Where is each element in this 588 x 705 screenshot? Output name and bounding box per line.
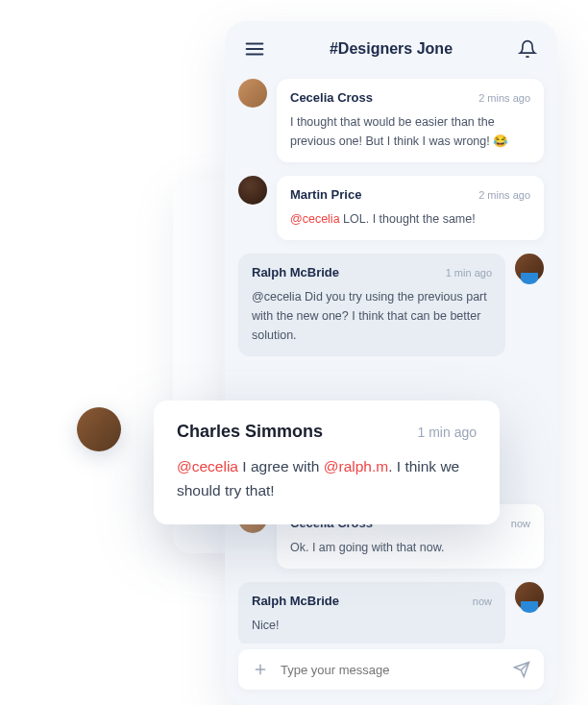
message-row: Ralph McBride 1 min ago @cecelia Did you…: [238, 254, 544, 356]
message-author: Martin Price: [290, 187, 361, 202]
avatar[interactable]: [238, 79, 267, 108]
message-row: Martin Price 2 mins ago @cecelia LOL. I …: [238, 176, 544, 240]
message-bubble: Cecelia Cross 2 mins ago I thought that …: [277, 79, 544, 162]
bell-icon[interactable]: [517, 38, 538, 60]
message-author: Ralph McBride: [252, 594, 339, 608]
message-bubble: Ralph McBride now Nice!: [238, 582, 505, 644]
message-popup: Charles Simmons 1 min ago @cecelia I agr…: [154, 401, 500, 524]
popup-text-part: I agree with: [238, 458, 324, 474]
app-header: #Designers Jone: [225, 21, 557, 73]
message-time: 2 mins ago: [478, 189, 530, 201]
message-author: Cecelia Cross: [290, 90, 373, 105]
message-text: @cecelia LOL. I thought the same!: [290, 209, 530, 229]
message-time: 1 min ago: [446, 267, 492, 279]
message-time: 2 mins ago: [478, 92, 530, 104]
message-composer: [238, 649, 544, 690]
message-text: Nice!: [252, 616, 492, 635]
message-input[interactable]: [281, 663, 502, 677]
message-row: Ralph McBride now Nice!: [238, 582, 544, 644]
plus-icon[interactable]: [252, 661, 269, 678]
message-text: Ok. I am going with that now.: [290, 538, 530, 557]
message-text: I thought that would be easier than the …: [290, 112, 530, 151]
message-time: now: [511, 518, 530, 529]
channel-title: #Designers Jone: [330, 40, 453, 58]
message-bubble: Ralph McBride 1 min ago @cecelia Did you…: [238, 254, 505, 356]
message-author: Ralph McBride: [252, 265, 339, 280]
send-icon[interactable]: [513, 661, 530, 678]
mention[interactable]: @cecelia: [290, 212, 340, 226]
mention[interactable]: @cecelia: [177, 458, 238, 474]
popup-text: @cecelia I agree with @ralph.m. I think …: [177, 455, 477, 503]
avatar[interactable]: [515, 582, 544, 611]
menu-icon[interactable]: [244, 38, 265, 60]
popup-time: 1 min ago: [418, 425, 477, 440]
message-bubble: Martin Price 2 mins ago @cecelia LOL. I …: [277, 176, 544, 240]
avatar[interactable]: [515, 254, 544, 282]
message-text: @cecelia Did you try using the previous …: [252, 287, 492, 345]
message-row: Cecelia Cross 2 mins ago I thought that …: [238, 79, 544, 162]
message-time: now: [473, 596, 492, 607]
popup-author: Charles Simmons: [177, 422, 323, 442]
chat-app-frame: #Designers Jone Cecelia Cross 2 mins ago…: [225, 21, 557, 705]
message-text-part: LOL. I thought the same!: [340, 212, 476, 226]
avatar[interactable]: [238, 176, 267, 205]
mention[interactable]: @ralph.m: [324, 458, 388, 474]
popup-avatar[interactable]: [77, 407, 121, 451]
message-list: Cecelia Cross 2 mins ago I thought that …: [225, 73, 557, 644]
